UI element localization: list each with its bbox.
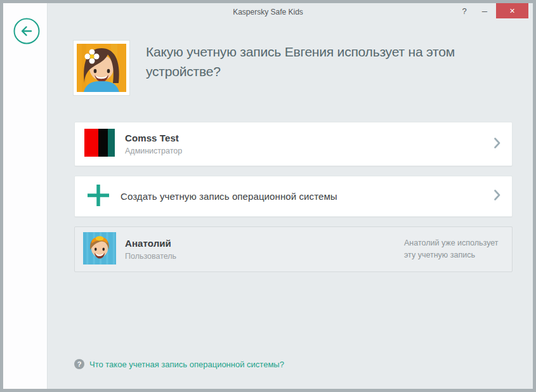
boy-avatar-icon [83, 232, 116, 267]
chevron-right-icon [494, 190, 500, 203]
account-status-line2: эту учетную запись [404, 249, 500, 261]
footer-help-link[interactable]: ? Что такое учетная запись операционной … [74, 358, 284, 370]
chevron-right-icon [494, 138, 500, 151]
page-title-line2: устройстве? [146, 62, 501, 81]
page-title-line1: Какую учетную запись Евгения использует … [146, 42, 501, 62]
account-role: Пользователь [125, 252, 176, 261]
help-circle-icon: ? [74, 359, 84, 369]
account-card-admin[interactable]: Comss Test Администратор [74, 122, 513, 166]
account-status-text: Анатолий уже использует эту учетную запи… [404, 237, 500, 261]
plus-icon [86, 183, 110, 210]
back-button[interactable] [13, 18, 40, 44]
question-mark-icon: ? [462, 6, 466, 16]
footer-link-label: Что такое учетная запись операционной си… [89, 360, 284, 369]
flag-icon [84, 129, 115, 159]
account-card-user: Анатолий Пользователь Анатолий уже испол… [74, 226, 513, 272]
create-account-card[interactable]: Создать учетную запись операционной сист… [74, 176, 513, 217]
account-name: Анатолий [125, 238, 176, 249]
minimize-button[interactable]: – [480, 4, 490, 17]
close-button[interactable]: ✕ [496, 3, 528, 18]
close-icon: ✕ [509, 7, 515, 15]
girl-avatar-icon [77, 44, 126, 92]
page-title: Какую учетную запись Евгения использует … [146, 42, 501, 81]
back-arrow-icon [13, 37, 40, 46]
create-account-label: Создать учетную запись операционной сист… [121, 191, 337, 202]
child-avatar [73, 40, 130, 96]
titlebar-help-button[interactable]: ? [459, 6, 469, 17]
account-status-line1: Анатолий уже использует [404, 237, 500, 249]
sidebar [3, 3, 48, 389]
window-body: Kaspersky Safe Kids ? – ✕ [3, 3, 533, 389]
account-role: Администратор [125, 147, 182, 155]
window-title: Kaspersky Safe Kids [233, 8, 303, 16]
minimize-icon: – [482, 5, 487, 16]
window-frame: Kaspersky Safe Kids ? – ✕ [0, 0, 536, 392]
account-name: Comss Test [125, 133, 182, 143]
